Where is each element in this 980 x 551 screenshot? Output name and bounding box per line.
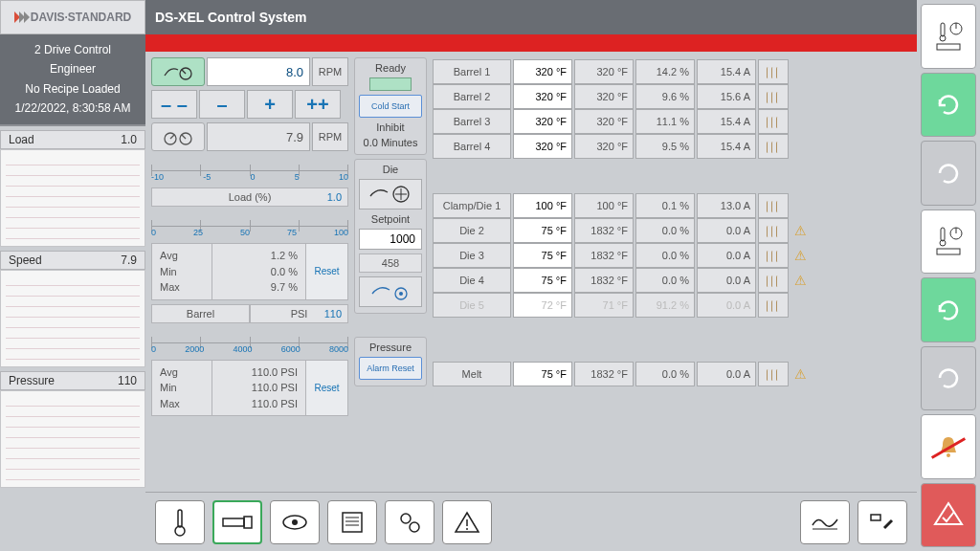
heater-power-button[interactable] bbox=[921, 4, 976, 69]
load-reset-button[interactable]: Reset bbox=[305, 244, 347, 299]
zone-row-bot-4: Die 5 72 °F 71 °F 91.2 % 0.0 A bbox=[433, 293, 911, 318]
zone-amps: 13.0 A bbox=[697, 193, 756, 218]
speed-setpoint[interactable]: 8.0 bbox=[207, 57, 310, 86]
trend-speed[interactable]: Speed7.9 bbox=[0, 251, 145, 367]
zone-amps: 0.0 A bbox=[697, 362, 756, 386]
status-datetime: 1/22/2022, 8:30:58 AM bbox=[2, 99, 144, 118]
trend-chart bbox=[0, 149, 145, 247]
pressure-section: Pressure Alarm Reset bbox=[354, 337, 427, 386]
zone-setpoint[interactable]: 75 °F bbox=[513, 362, 572, 386]
zone-row-bot-3: Die 4 75 °F 1832 °F 0.0 % 0.0 A ⚠ bbox=[433, 268, 911, 293]
alarm-ack-button[interactable] bbox=[921, 483, 976, 548]
zone-row-melt-0: Melt 75 °F 1832 °F 0.0 % 0.0 A ⚠ bbox=[433, 362, 911, 386]
zone-amps: 15.4 A bbox=[697, 59, 756, 84]
status-panel: 2 Drive Control Engineer No Recipe Loade… bbox=[0, 34, 145, 126]
title-text: DS-XEL Control System bbox=[155, 10, 306, 25]
trend-pressure[interactable]: Pressure110 bbox=[0, 371, 145, 488]
zone-name[interactable]: Barrel 2 bbox=[433, 84, 511, 109]
svg-point-14 bbox=[292, 519, 298, 525]
svg-rect-34 bbox=[937, 249, 960, 254]
speed-gauge2-icon[interactable] bbox=[151, 122, 205, 151]
zone-amps: 0.0 A bbox=[697, 218, 756, 243]
heat-icon bbox=[758, 243, 789, 268]
nav-temp-button[interactable] bbox=[155, 500, 205, 544]
heat-icon bbox=[758, 84, 789, 109]
die-adjust-icon[interactable] bbox=[359, 179, 422, 209]
die-tune-icon[interactable] bbox=[359, 276, 422, 307]
zone-actual: 320 °F bbox=[574, 134, 634, 159]
zone-row-top-1: Barrel 2 320 °F 320 °F 9.6 % 15.6 A bbox=[433, 84, 911, 109]
nav-tools-button[interactable] bbox=[858, 500, 907, 544]
zone-setpoint[interactable]: 75 °F bbox=[513, 243, 572, 268]
dec-fast-button[interactable]: – – bbox=[151, 90, 197, 119]
zone-amps: 0.0 A bbox=[697, 243, 756, 268]
speed-actual-unit: RPM bbox=[312, 122, 348, 151]
nav-alarm-button[interactable] bbox=[442, 500, 492, 544]
alarm-reset-button[interactable]: Alarm Reset bbox=[359, 357, 422, 380]
zone-amps: 15.4 A bbox=[697, 134, 756, 159]
svg-point-35 bbox=[947, 453, 950, 457]
trend-load[interactable]: Load1.0 bbox=[0, 130, 145, 247]
speed-unit: RPM bbox=[312, 57, 348, 86]
ready-led bbox=[369, 77, 412, 91]
barrel-reset-button[interactable]: Reset bbox=[305, 361, 347, 416]
svg-line-3 bbox=[170, 135, 174, 139]
zone-name[interactable]: Barrel 1 bbox=[433, 59, 511, 84]
zone-percent: 0.0 % bbox=[635, 243, 695, 268]
zone-setpoint[interactable]: 100 °F bbox=[513, 193, 572, 218]
nav-settings-button[interactable] bbox=[385, 500, 434, 544]
zone-setpoint[interactable]: 75 °F bbox=[513, 218, 572, 243]
warning-icon: ⚠ bbox=[791, 366, 810, 382]
zone-name[interactable]: Barrel 3 bbox=[433, 109, 511, 134]
cycle-start-button[interactable] bbox=[921, 73, 976, 138]
heater2-power-button[interactable] bbox=[921, 209, 976, 275]
svg-point-8 bbox=[399, 292, 403, 296]
svg-line-5 bbox=[182, 135, 186, 139]
nav-log-button[interactable] bbox=[327, 500, 377, 544]
zone-name[interactable]: Melt bbox=[433, 362, 511, 386]
zone-amps: 15.4 A bbox=[697, 109, 756, 134]
zone-setpoint[interactable]: 320 °F bbox=[513, 109, 572, 134]
zone-amps: 0.0 A bbox=[697, 293, 756, 318]
cycle-disabled-button[interactable] bbox=[921, 141, 976, 206]
zone-actual: 1832 °F bbox=[574, 243, 634, 268]
cold-start-button[interactable]: Cold Start bbox=[359, 95, 422, 118]
nav-view-button[interactable] bbox=[270, 500, 320, 544]
cycle2-start-button[interactable] bbox=[921, 277, 976, 342]
svg-rect-25 bbox=[941, 23, 945, 36]
zone-setpoint[interactable]: 320 °F bbox=[513, 134, 572, 159]
dec-button[interactable]: – bbox=[199, 90, 245, 119]
heat-icon bbox=[758, 293, 789, 318]
speed-gauge-icon[interactable] bbox=[151, 57, 205, 86]
zone-name[interactable]: Die 2 bbox=[433, 218, 511, 243]
zone-name[interactable]: Die 3 bbox=[433, 243, 511, 268]
zone-name[interactable]: Barrel 4 bbox=[433, 134, 511, 159]
alarm-silence-button[interactable] bbox=[921, 414, 976, 479]
inc-fast-button[interactable]: ++ bbox=[295, 90, 341, 119]
die-setpoint-input[interactable]: 1000 bbox=[359, 229, 422, 250]
zone-percent: 0.0 % bbox=[635, 268, 695, 293]
inc-button[interactable]: + bbox=[247, 90, 293, 119]
load-header: Load (%)1.0 bbox=[151, 187, 348, 207]
zone-row-top-3: Barrel 4 320 °F 320 °F 9.5 % 15.4 A bbox=[433, 134, 911, 159]
nav-trend-button[interactable] bbox=[800, 500, 850, 544]
cycle2-disabled-button[interactable] bbox=[921, 346, 976, 411]
die-section: Die Setpoint 1000 458 bbox=[354, 159, 427, 314]
heat-icon bbox=[758, 109, 789, 134]
zone-percent: 0.1 % bbox=[635, 193, 695, 218]
zone-setpoint[interactable]: 75 °F bbox=[513, 268, 572, 293]
title-bar: DS-XEL Control System bbox=[145, 0, 917, 34]
heat-icon bbox=[758, 218, 789, 243]
zone-name[interactable]: Die 4 bbox=[433, 268, 511, 293]
speed-actual: 7.9 bbox=[207, 122, 310, 151]
zone-setpoint[interactable]: 72 °F bbox=[513, 293, 572, 318]
zone-setpoint[interactable]: 320 °F bbox=[513, 59, 572, 84]
zone-setpoint[interactable]: 320 °F bbox=[513, 84, 572, 109]
speed-scale: -10-50510 bbox=[151, 157, 348, 184]
zone-name[interactable]: Clamp/Die 1 bbox=[433, 193, 511, 218]
svg-point-22 bbox=[466, 528, 468, 530]
zone-row-bot-1: Die 2 75 °F 1832 °F 0.0 % 0.0 A ⚠ bbox=[433, 218, 911, 243]
zone-percent: 9.6 % bbox=[635, 84, 695, 109]
zone-name[interactable]: Die 5 bbox=[433, 293, 511, 318]
nav-extruder-button[interactable] bbox=[212, 500, 262, 544]
